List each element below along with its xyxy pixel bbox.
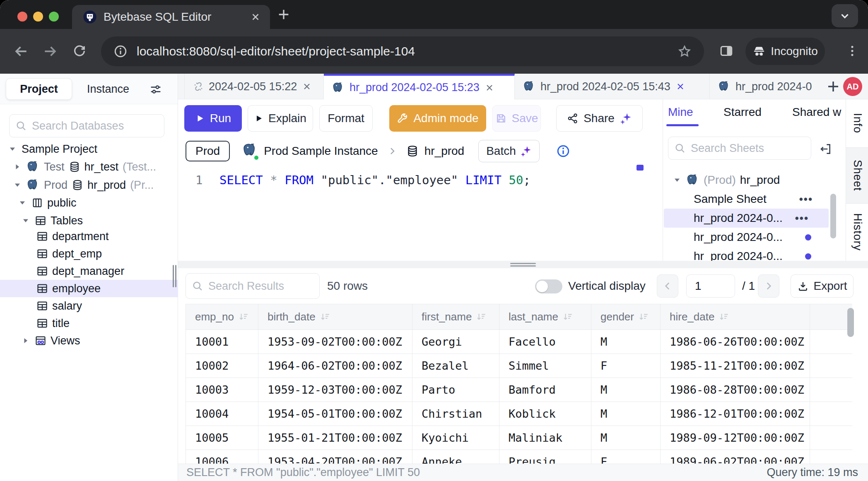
tree-item-sample-project[interactable]: Sample Project bbox=[0, 140, 178, 158]
grid-row[interactable]: 100031959-12-03T00:00:00ZPartoBamfordM19… bbox=[186, 378, 853, 402]
column-header[interactable]: gender bbox=[591, 304, 661, 330]
caret-down-icon[interactable] bbox=[7, 144, 17, 154]
column-header[interactable]: first_name bbox=[412, 304, 499, 330]
prev-page-button[interactable] bbox=[657, 274, 678, 298]
side-panel-icon[interactable] bbox=[719, 43, 734, 58]
tree-item-table-department[interactable]: department bbox=[0, 228, 178, 245]
tab-close-icon[interactable] bbox=[302, 82, 312, 91]
caret-right-icon[interactable] bbox=[21, 336, 31, 346]
filter-sliders-icon[interactable] bbox=[149, 83, 162, 96]
url-bar[interactable]: localhost:8080/sql-editor/sheet/project-… bbox=[101, 36, 704, 66]
tab-sheet-active[interactable]: Sheet bbox=[846, 147, 868, 204]
browser-tab-close-icon[interactable] bbox=[250, 12, 261, 22]
grid-row[interactable]: 100021964-06-02T00:00:00ZBezalelSimmelF1… bbox=[186, 354, 853, 378]
browser-menu-icon[interactable] bbox=[845, 43, 860, 58]
back-button[interactable] bbox=[13, 43, 29, 59]
info-icon[interactable] bbox=[556, 144, 570, 158]
sheet-item-3[interactable]: hr_prod 2024-0... bbox=[663, 228, 833, 247]
sort-icon[interactable] bbox=[562, 311, 573, 322]
database-name[interactable]: hr_prod bbox=[424, 144, 465, 158]
tab-history[interactable]: History bbox=[846, 204, 868, 261]
sheet-menu-icon[interactable]: ••• bbox=[795, 212, 809, 225]
run-button[interactable]: Run bbox=[184, 105, 242, 132]
editor-tab-1[interactable]: 2024-02-05 15:22 bbox=[184, 74, 324, 99]
close-window-button[interactable] bbox=[17, 12, 27, 22]
sort-icon[interactable] bbox=[476, 311, 487, 322]
tab-search-button[interactable] bbox=[832, 4, 858, 27]
browser-tab[interactable]: Bytebase SQL Editor bbox=[72, 5, 270, 29]
column-header[interactable]: last_name bbox=[499, 304, 591, 330]
sheet-item-4[interactable]: hr_prod 2024-0... bbox=[663, 247, 833, 261]
tree-item-table-salary[interactable]: salary bbox=[0, 297, 178, 315]
database-search[interactable] bbox=[9, 114, 164, 137]
admin-mode-button[interactable]: Admin mode bbox=[389, 105, 486, 132]
tab-instance[interactable]: Instance bbox=[81, 78, 135, 100]
sort-icon[interactable] bbox=[320, 311, 330, 322]
sheet-group-hr-prod[interactable]: (Prod) hr_prod bbox=[663, 171, 833, 190]
sql-editor[interactable]: 1 SELECT * FROM "public"."employee" LIMI… bbox=[178, 166, 663, 261]
tab-starred[interactable]: Starred bbox=[723, 99, 762, 125]
results-search[interactable] bbox=[186, 273, 320, 299]
sheet-item-selected[interactable]: hr_prod 2024-0... ••• bbox=[664, 209, 829, 228]
sort-icon[interactable] bbox=[719, 311, 729, 322]
sort-icon[interactable] bbox=[638, 311, 649, 322]
sheets-scrollbar[interactable] bbox=[830, 194, 836, 238]
add-sheet-button[interactable] bbox=[826, 79, 841, 94]
sheet-item-sample-sheet[interactable]: Sample Sheet ••• bbox=[663, 190, 833, 209]
next-page-button[interactable] bbox=[758, 274, 779, 298]
grid-scrollbar[interactable] bbox=[847, 308, 854, 337]
grid-row[interactable]: 100011953-09-02T00:00:00ZGeorgiFacelloM1… bbox=[186, 330, 853, 354]
tree-item-views-group[interactable]: Views bbox=[0, 332, 178, 349]
tree-item-test-database[interactable]: Test hr_test (Test... bbox=[0, 158, 178, 176]
tree-item-prod-database[interactable]: Prod hr_prod (Pr... bbox=[0, 176, 178, 194]
sheet-menu-icon[interactable]: ••• bbox=[799, 193, 813, 206]
caret-down-icon[interactable] bbox=[21, 216, 31, 226]
tab-project[interactable]: Project bbox=[6, 78, 72, 100]
user-avatar[interactable]: AD bbox=[843, 77, 862, 96]
tab-mine[interactable]: Mine bbox=[668, 99, 693, 125]
database-search-input[interactable] bbox=[32, 120, 158, 132]
share-button[interactable]: Share bbox=[556, 105, 643, 132]
editor-tab-2-active[interactable]: hr_prod 2024-02-05 15:23 bbox=[324, 74, 515, 99]
tab-shared-with-me[interactable]: Shared w bbox=[792, 99, 841, 125]
format-button[interactable]: Format bbox=[319, 105, 373, 132]
tree-item-schema-public[interactable]: public bbox=[0, 194, 178, 212]
vertical-display-toggle[interactable] bbox=[535, 279, 562, 293]
forward-button[interactable] bbox=[42, 43, 58, 59]
tab-close-icon[interactable] bbox=[485, 83, 494, 93]
instance-name[interactable]: Prod Sample Instance bbox=[264, 144, 378, 158]
batch-button[interactable]: Batch bbox=[478, 140, 540, 162]
caret-down-icon[interactable] bbox=[672, 175, 682, 185]
tree-item-table-dept-manager[interactable]: dept_manager bbox=[0, 262, 178, 280]
export-button[interactable]: Export bbox=[791, 274, 854, 298]
tree-item-table-employee-selected[interactable]: employee bbox=[0, 280, 178, 297]
column-header[interactable]: hire_date bbox=[661, 304, 810, 330]
caret-right-icon[interactable] bbox=[12, 162, 22, 172]
editor-tab-4[interactable]: hr_prod 2024-0 bbox=[710, 74, 820, 99]
site-info-icon[interactable] bbox=[113, 44, 128, 58]
bookmark-star-icon[interactable] bbox=[678, 44, 692, 58]
tab-close-icon[interactable] bbox=[675, 82, 685, 91]
sheet-search[interactable] bbox=[668, 137, 811, 160]
explain-button[interactable]: Explain bbox=[248, 105, 313, 132]
new-tab-button[interactable] bbox=[277, 7, 291, 22]
tree-item-table-dept-emp[interactable]: dept_emp bbox=[0, 245, 178, 262]
tree-item-table-title[interactable]: title bbox=[0, 315, 178, 332]
save-button[interactable]: Save bbox=[492, 105, 541, 132]
maximize-window-button[interactable] bbox=[49, 12, 59, 22]
page-number-input[interactable] bbox=[686, 274, 735, 298]
import-sheet-icon[interactable] bbox=[819, 142, 832, 156]
tree-item-tables-group[interactable]: Tables bbox=[0, 212, 178, 229]
caret-down-icon[interactable] bbox=[12, 180, 22, 190]
column-header[interactable]: emp_no bbox=[186, 304, 258, 330]
sheet-search-input[interactable] bbox=[691, 142, 805, 155]
panel-splitter[interactable] bbox=[178, 261, 868, 268]
minimize-window-button[interactable] bbox=[33, 12, 43, 22]
grid-row[interactable]: 100061953-04-20T00:00:00ZAnnekePreusigF1… bbox=[186, 450, 853, 464]
caret-down-icon[interactable] bbox=[17, 198, 27, 208]
column-header[interactable]: birth_date bbox=[258, 304, 412, 330]
grid-row[interactable]: 100051955-01-21T00:00:00ZKyoichiMaliniak… bbox=[186, 426, 853, 450]
grid-row[interactable]: 100041954-05-01T00:00:00ZChirstianKoblic… bbox=[186, 402, 853, 426]
sort-icon[interactable] bbox=[238, 311, 249, 322]
tab-info[interactable]: Info bbox=[846, 99, 868, 147]
